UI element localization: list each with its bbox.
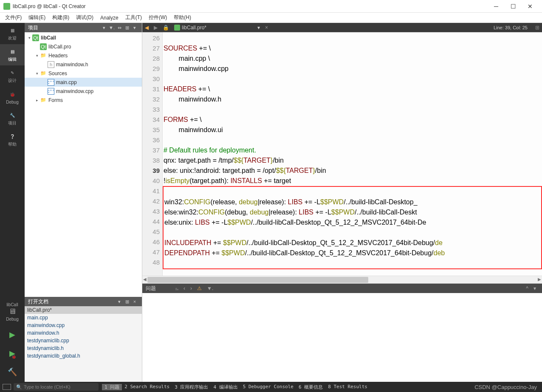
output-toggle-icon[interactable]: [3, 384, 11, 390]
locator-input[interactable]: 🔍 Type to locate (Ctrl+K): [14, 383, 99, 391]
open-doc-item[interactable]: mainwindow.cpp: [25, 321, 142, 329]
twisty-icon[interactable]: ▸: [34, 98, 40, 102]
tree-item[interactable]: c⁺⁺ mainwindow.cpp: [25, 87, 142, 96]
open-docs-list[interactable]: libCall.pro*main.cppmainwindow.cppmainwi…: [25, 306, 142, 382]
code-line[interactable]: mainwindow.ui: [164, 125, 542, 135]
build-button[interactable]: 🔨: [0, 363, 25, 382]
menu-帮助(H)[interactable]: 帮助(H): [170, 13, 195, 22]
code-line[interactable]: [164, 104, 542, 115]
editor-tab[interactable]: libCall.pro* ▾ ×: [172, 23, 272, 32]
open-doc-item[interactable]: libCall.pro*: [25, 306, 142, 314]
menu-编辑(E)[interactable]: 编辑(E): [25, 13, 49, 22]
horizontal-scrollbar[interactable]: ◀ ▶: [142, 276, 542, 283]
dropdown-icon[interactable]: ▾: [100, 25, 108, 31]
tree-item[interactable]: ▾Qt libCall: [25, 33, 142, 42]
editor-body[interactable]: 2627282930313233343536373839404142434445…: [142, 32, 542, 276]
code-line[interactable]: mainwindow.h: [164, 94, 542, 104]
twisty-icon[interactable]: ▾: [34, 71, 40, 76]
output-tab-编译输出[interactable]: 4 编译输出: [211, 384, 240, 390]
next-issue-icon[interactable]: ›: [188, 285, 195, 291]
menu-文件(F)[interactable]: 文件(F): [2, 13, 25, 22]
tab-dropdown-icon[interactable]: ▾: [257, 25, 260, 31]
output-tab-问题[interactable]: 1 问题: [102, 384, 122, 390]
menu-工具(T)[interactable]: 工具(T): [122, 13, 145, 22]
filter-icon[interactable]: ⎁: [173, 285, 181, 291]
output-tab-Test Results[interactable]: 8 Test Results: [325, 384, 370, 390]
menu-Analyze[interactable]: Analyze: [97, 14, 122, 22]
funnel-icon[interactable]: ▼.: [204, 285, 216, 291]
output-tab-概要信息[interactable]: 6 概要信息: [296, 384, 325, 390]
output-tab-应用程序输出[interactable]: 3 应用程序输出: [172, 384, 211, 390]
dropdown-icon[interactable]: ▾: [116, 299, 123, 305]
code-line[interactable]: INCLUDEPATH += $$PWD/../build-libCall-De…: [164, 238, 541, 248]
mode-项目[interactable]: 🔧项目: [0, 108, 25, 129]
nav-back-icon[interactable]: ◀: [142, 25, 151, 31]
tree-item[interactable]: ▸📁 Forms: [25, 96, 142, 104]
code-line[interactable]: # Default rules for deployment.: [164, 145, 542, 155]
code-line[interactable]: [164, 187, 541, 197]
code-line[interactable]: FORMS += \: [164, 115, 542, 125]
mode-欢迎[interactable]: ▦欢迎: [0, 23, 25, 44]
code-line[interactable]: SOURCES += \: [164, 43, 542, 54]
code-line[interactable]: else:unix: LIBS += -L$$PWD/../build-libC…: [164, 217, 541, 228]
open-doc-item[interactable]: testdynamiclib_global.h: [25, 352, 142, 360]
split-icon[interactable]: ⊞: [123, 299, 131, 305]
scrollbar-thumb[interactable]: [147, 277, 368, 283]
warning-icon[interactable]: ⚠: [195, 285, 204, 291]
code-line[interactable]: [164, 258, 541, 268]
code-line[interactable]: win32:CONFIG(release, debug|release): LI…: [164, 197, 541, 207]
code-line[interactable]: else:win32:CONFIG(debug, debug|release):…: [164, 207, 541, 217]
open-doc-item[interactable]: mainwindow.h: [25, 329, 142, 337]
tree-item[interactable]: Qt libCall.pro: [25, 42, 142, 51]
split-icon[interactable]: ⊞: [123, 25, 131, 31]
mode-Debug[interactable]: 🐞Debug: [0, 87, 25, 108]
kit-selector[interactable]: libCall 🖥 Debug: [0, 298, 25, 326]
code-line[interactable]: [164, 74, 542, 84]
project-tree[interactable]: ▾Qt libCallQt libCall.pro▾📁 Headersh mai…: [25, 32, 142, 297]
menu-构建(B)[interactable]: 构建(B): [49, 13, 73, 22]
mode-设计[interactable]: ✎设计: [0, 65, 25, 87]
nav-forward-icon[interactable]: ▶: [151, 25, 160, 31]
link-icon[interactable]: ⇔: [116, 25, 123, 31]
tree-item[interactable]: h mainwindow.h: [25, 60, 142, 69]
output-tab-Search Results[interactable]: 2 Search Results: [122, 384, 172, 390]
close-button[interactable]: ✕: [522, 0, 539, 12]
close-panel-icon[interactable]: ×: [131, 299, 138, 304]
minimize-button[interactable]: ─: [488, 0, 505, 12]
code-line[interactable]: qnx: target.path = /tmp/$${TARGET}/bin: [164, 155, 542, 166]
collapse-icon[interactable]: ▾: [131, 25, 138, 31]
menu-控件(W)[interactable]: 控件(W): [145, 13, 170, 22]
code-line[interactable]: mainwindow.cpp: [164, 64, 542, 74]
run-button[interactable]: ▶: [0, 326, 25, 344]
split-editor-icon[interactable]: ⊞: [533, 25, 542, 31]
code-line[interactable]: HEADERS += \: [164, 84, 542, 94]
code-line[interactable]: main.cpp \: [164, 54, 542, 64]
open-doc-item[interactable]: main.cpp: [25, 314, 142, 321]
debug-run-button[interactable]: ▶🐞: [0, 344, 25, 363]
menu-调试(D)[interactable]: 调试(D): [73, 13, 97, 22]
mode-帮助[interactable]: ❔帮助: [0, 129, 25, 150]
expand-icon[interactable]: ^: [523, 285, 531, 291]
close-issues-icon[interactable]: ▾: [531, 285, 539, 291]
filter-icon[interactable]: ▼.: [108, 25, 116, 30]
code-line[interactable]: [164, 135, 542, 145]
code-content[interactable]: SOURCES += \ main.cpp \ mainwindow.cppHE…: [163, 32, 542, 276]
prev-issue-icon[interactable]: ‹: [181, 285, 188, 291]
maximize-button[interactable]: ☐: [505, 0, 522, 12]
tab-close-icon[interactable]: ×: [263, 25, 270, 31]
tree-item[interactable]: ▾📁 Sources: [25, 69, 142, 78]
mode-编辑[interactable]: ▤编辑: [0, 44, 25, 65]
tree-item[interactable]: c⁺⁺ main.cpp: [25, 78, 142, 87]
code-line[interactable]: [164, 228, 541, 238]
code-line[interactable]: [164, 33, 542, 43]
open-doc-item[interactable]: testdynamiclib.h: [25, 344, 142, 352]
twisty-icon[interactable]: ▾: [34, 54, 40, 58]
code-line[interactable]: else: unix:!android: target.path = /opt/…: [164, 166, 542, 176]
output-tab-Debugger Console[interactable]: 5 Debugger Console: [240, 384, 296, 390]
code-line[interactable]: DEPENDPATH += $$PWD/../build-libCall-Des…: [164, 248, 541, 258]
twisty-icon[interactable]: ▾: [26, 36, 32, 40]
tree-item[interactable]: ▾📁 Headers: [25, 51, 142, 60]
open-doc-item[interactable]: testdynamiclib.cpp: [25, 337, 142, 344]
lock-icon[interactable]: 🔒: [160, 25, 172, 31]
code-line[interactable]: !isEmpty(target.path): INSTALLS += targe…: [164, 176, 542, 186]
